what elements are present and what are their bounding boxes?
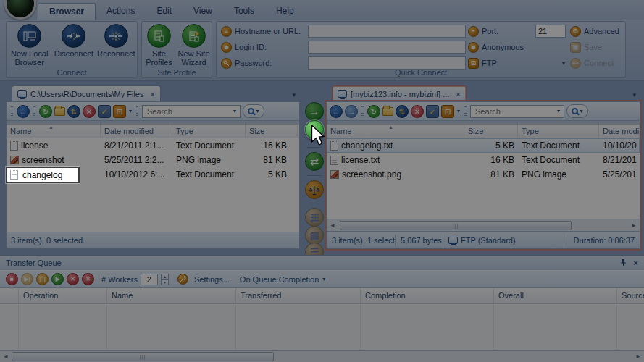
rename-input[interactable] bbox=[21, 169, 72, 181]
text-document-icon bbox=[10, 170, 18, 180]
ftp-client-window: Browser Actions Edit View Tools Help New… bbox=[0, 0, 644, 362]
tutorial-dim-overlay bbox=[0, 0, 644, 362]
rename-edit-box[interactable] bbox=[6, 167, 80, 183]
mouse-cursor bbox=[311, 125, 325, 146]
